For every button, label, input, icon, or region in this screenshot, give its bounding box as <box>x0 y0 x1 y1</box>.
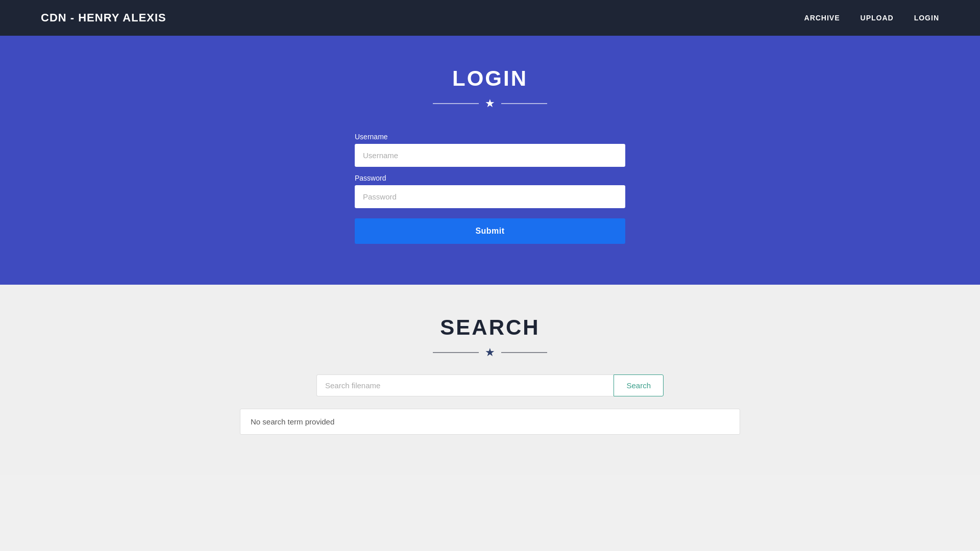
search-button[interactable]: Search <box>614 374 664 396</box>
navbar-link-login[interactable]: LOGIN <box>914 14 939 22</box>
navbar-link-upload[interactable]: UPLOAD <box>861 14 894 22</box>
navbar-link-archive[interactable]: ARCHIVE <box>804 14 840 22</box>
search-divider-line-left <box>433 352 479 353</box>
login-section: LOGIN ★ Username Password Submit <box>0 36 980 285</box>
submit-button[interactable]: Submit <box>355 218 625 244</box>
divider-line-right <box>501 103 547 104</box>
navbar-links: ARCHIVE UPLOAD LOGIN <box>804 14 939 22</box>
username-input[interactable] <box>355 144 625 167</box>
search-divider: ★ <box>433 346 547 359</box>
search-section: SEARCH ★ Search No search term provided <box>0 285 980 475</box>
username-label: Username <box>355 133 625 141</box>
navbar: CDN - HENRY ALEXIS ARCHIVE UPLOAD LOGIN <box>0 0 980 36</box>
no-results-message: No search term provided <box>251 417 334 426</box>
login-form: Username Password Submit <box>355 126 625 244</box>
navbar-brand: CDN - HENRY ALEXIS <box>41 11 166 24</box>
search-title: SEARCH <box>440 315 540 340</box>
star-icon: ★ <box>485 97 495 110</box>
search-divider-line-right <box>501 352 547 353</box>
search-form-row: Search <box>316 374 664 396</box>
login-title: LOGIN <box>452 66 528 91</box>
password-input[interactable] <box>355 185 625 208</box>
login-divider: ★ <box>433 97 547 110</box>
search-input[interactable] <box>316 374 614 396</box>
divider-line-left <box>433 103 479 104</box>
search-result-box: No search term provided <box>240 409 740 435</box>
search-star-icon: ★ <box>485 346 495 359</box>
password-label: Password <box>355 174 625 182</box>
